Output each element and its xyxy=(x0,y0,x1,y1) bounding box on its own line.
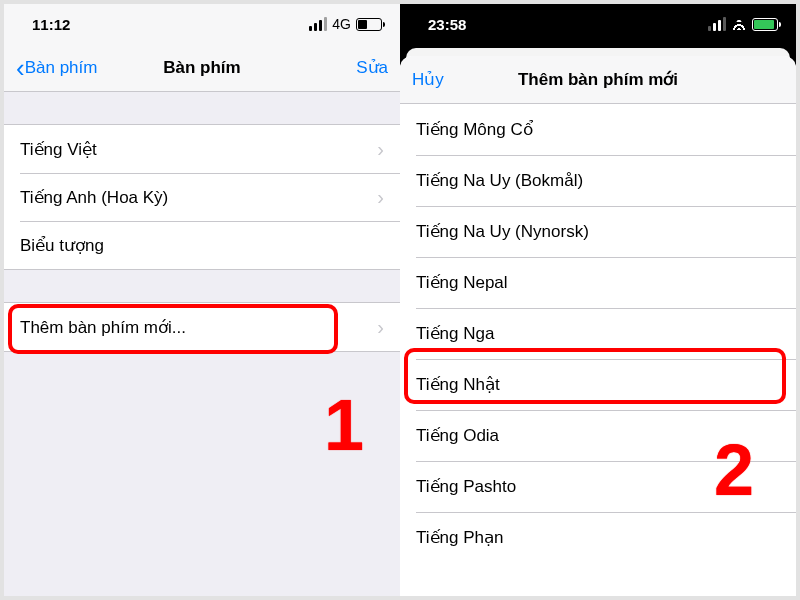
wifi-icon xyxy=(731,18,747,30)
language-label: Tiếng Nhật xyxy=(416,374,500,395)
language-label: Tiếng Mông Cổ xyxy=(416,119,533,140)
add-keyboard-group: Thêm bàn phím mới... › xyxy=(4,302,400,352)
battery-icon xyxy=(356,18,382,31)
edit-button[interactable]: Sửa xyxy=(356,57,388,78)
sheet-nav-bar: Hủy Thêm bàn phím mới xyxy=(400,56,796,104)
language-label: Tiếng Nepal xyxy=(416,272,508,293)
language-label: Tiếng Odia xyxy=(416,425,499,446)
step-number: 2 xyxy=(714,429,754,511)
chevron-right-icon: › xyxy=(377,186,384,209)
language-label: Tiếng Phạn xyxy=(416,527,503,548)
chevron-left-icon: ‹ xyxy=(16,55,25,81)
language-label: Tiếng Pashto xyxy=(416,476,516,497)
add-keyboard-label: Thêm bàn phím mới... xyxy=(20,317,186,338)
battery-charging-icon xyxy=(752,18,778,31)
chevron-right-icon: › xyxy=(377,138,384,161)
status-right xyxy=(708,17,778,31)
status-bar: 11:12 4G xyxy=(4,4,400,44)
keyboard-row[interactable]: Tiếng Việt › xyxy=(4,125,400,173)
language-row[interactable]: Tiếng Nga xyxy=(400,308,796,359)
language-row[interactable]: Tiếng Na Uy (Nynorsk) xyxy=(400,206,796,257)
back-label: Bàn phím xyxy=(25,58,98,78)
language-row[interactable]: Tiếng Nepal xyxy=(400,257,796,308)
keyboard-label: Tiếng Anh (Hoa Kỳ) xyxy=(20,187,168,208)
language-label: Tiếng Na Uy (Nynorsk) xyxy=(416,221,589,242)
keyboard-label: Tiếng Việt xyxy=(20,139,97,160)
add-keyboard-button[interactable]: Thêm bàn phím mới... › xyxy=(4,303,400,351)
language-row[interactable]: Tiếng Phạn xyxy=(400,512,796,563)
keyboard-row[interactable]: Tiếng Anh (Hoa Kỳ) › xyxy=(4,173,400,221)
keyboard-label: Biểu tượng xyxy=(20,235,104,256)
cancel-label: Hủy xyxy=(412,69,444,90)
cellular-signal-icon xyxy=(309,17,327,31)
cancel-button[interactable]: Hủy xyxy=(412,69,444,90)
language-label: Tiếng Na Uy (Bokmål) xyxy=(416,170,583,191)
tutorial-composite: 11:12 4G ‹ Bàn phím Bàn phím Sửa Tiếng V… xyxy=(0,0,800,600)
status-time: 23:58 xyxy=(428,16,466,33)
language-label: Tiếng Nga xyxy=(416,323,494,344)
status-time: 11:12 xyxy=(32,16,70,33)
sheet-title: Thêm bàn phím mới xyxy=(400,69,796,90)
language-row[interactable]: Tiếng Na Uy (Bokmål) xyxy=(400,155,796,206)
language-row[interactable]: Tiếng Nhật xyxy=(400,359,796,410)
screenshot-step-2: 23:58 Hủy Thêm bàn phím mới Tiếng Mông C… xyxy=(400,4,796,596)
screenshot-step-1: 11:12 4G ‹ Bàn phím Bàn phím Sửa Tiếng V… xyxy=(4,4,400,596)
status-bar: 23:58 xyxy=(400,4,796,44)
chevron-right-icon: › xyxy=(377,316,384,339)
nav-bar: ‹ Bàn phím Bàn phím Sửa xyxy=(4,44,400,92)
add-keyboard-sheet: Hủy Thêm bàn phím mới Tiếng Mông Cổ Tiến… xyxy=(400,56,796,596)
status-right: 4G xyxy=(309,16,382,32)
cellular-signal-icon xyxy=(708,17,726,31)
keyboard-row[interactable]: Biểu tượng xyxy=(4,221,400,269)
step-number: 1 xyxy=(324,384,364,466)
network-label: 4G xyxy=(332,16,351,32)
keyboards-list: Tiếng Việt › Tiếng Anh (Hoa Kỳ) › Biểu t… xyxy=(4,124,400,270)
back-button[interactable]: ‹ Bàn phím xyxy=(16,55,97,81)
language-row[interactable]: Tiếng Mông Cổ xyxy=(400,104,796,155)
